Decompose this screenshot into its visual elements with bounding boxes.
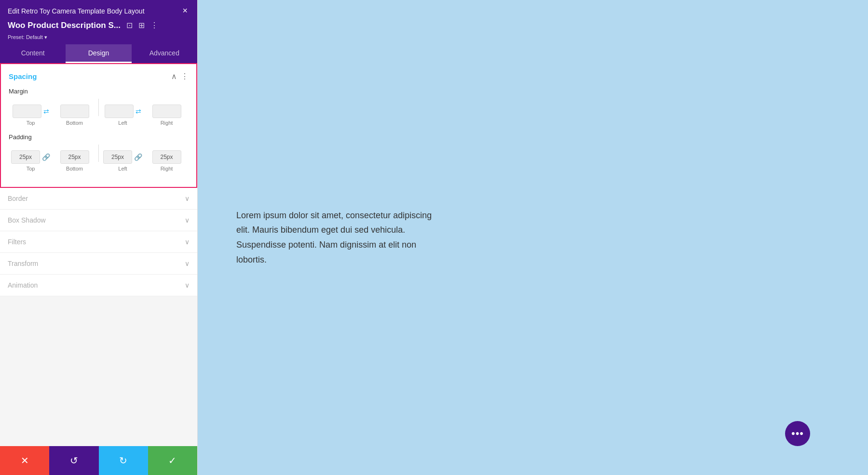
- transform-title: Transform: [8, 260, 38, 267]
- module-columns-icon[interactable]: ⊞: [137, 20, 146, 31]
- filters-chevron: ∨: [185, 238, 190, 246]
- padding-lr-pair: 🔗 Left Right: [101, 150, 189, 172]
- spacing-controls: ∧ ⋮: [171, 72, 189, 81]
- margin-top-input[interactable]: [13, 105, 41, 118]
- margin-left-wrapper: ⇄ Left: [101, 105, 145, 126]
- animation-chevron: ∨: [185, 281, 190, 289]
- margin-right-wrapper: Right: [145, 105, 189, 126]
- padding-top-wrapper: 🔗 Top: [9, 150, 53, 172]
- margin-top-label: Top: [27, 120, 35, 126]
- spacing-more-button[interactable]: ⋮: [181, 72, 189, 81]
- margin-left-input[interactable]: [105, 105, 134, 118]
- padding-right-label: Right: [161, 166, 173, 172]
- margin-right-label: Right: [161, 120, 173, 126]
- padding-separator: [98, 145, 99, 162]
- padding-left-wrapper: 🔗 Left: [101, 150, 145, 172]
- tabs-bar: Content Design Advanced: [0, 44, 197, 63]
- preset-chevron: ▾: [44, 34, 47, 40]
- fab-button[interactable]: •••: [785, 421, 810, 446]
- margin-lr-pair: ⇄ Left Right: [101, 105, 189, 126]
- module-more-icon[interactable]: ⋮: [149, 20, 159, 31]
- undo-button[interactable]: ↺: [49, 446, 98, 475]
- sidebar-content: Spacing ∧ ⋮ Margin ⇄ Top: [0, 63, 197, 446]
- window-title: Edit Retro Toy Camera Template Body Layo…: [8, 7, 180, 15]
- box-shadow-chevron: ∨: [185, 216, 190, 224]
- margin-label: Margin: [9, 88, 189, 95]
- animation-title: Animation: [8, 281, 38, 289]
- sidebar: Edit Retro Toy Camera Template Body Layo…: [0, 0, 198, 475]
- preset-row[interactable]: Preset: Default ▾: [8, 34, 190, 44]
- tab-design[interactable]: Design: [66, 44, 131, 63]
- padding-bottom-wrapper: Bottom: [53, 150, 96, 172]
- margin-lr-link-icon[interactable]: ⇄: [136, 107, 141, 115]
- padding-lr-link-icon[interactable]: 🔗: [134, 153, 142, 161]
- margin-bottom-label: Bottom: [66, 120, 83, 126]
- margin-separator: [98, 99, 99, 116]
- main-canvas: Lorem ipsum dolor sit amet, consectetur …: [198, 0, 868, 475]
- save-button[interactable]: ✓: [148, 446, 197, 475]
- margin-left-label: Left: [118, 120, 127, 126]
- margin-right-input[interactable]: [152, 105, 181, 118]
- filters-section[interactable]: Filters ∨: [0, 231, 197, 253]
- padding-fields: 🔗 Top Bottom: [9, 145, 189, 172]
- close-button[interactable]: ×: [180, 6, 190, 16]
- padding-top-input[interactable]: [11, 150, 40, 164]
- spacing-section: Spacing ∧ ⋮ Margin ⇄ Top: [0, 63, 197, 188]
- margin-fields: ⇄ Top Bottom: [9, 99, 189, 126]
- sidebar-header: Edit Retro Toy Camera Template Body Layo…: [0, 0, 197, 44]
- title-row: Edit Retro Toy Camera Template Body Layo…: [8, 6, 190, 20]
- sidebar-footer: ✕ ↺ ↻ ✓: [0, 446, 197, 475]
- module-icons: ⊡ ⊞ ⋮: [125, 20, 159, 31]
- transform-chevron: ∨: [185, 260, 190, 267]
- spacing-header: Spacing ∧ ⋮: [9, 72, 189, 81]
- padding-right-input[interactable]: [152, 150, 181, 164]
- module-row: Woo Product Description S... ⊡ ⊞ ⋮: [8, 20, 190, 34]
- padding-left-label: Left: [118, 166, 127, 172]
- border-title: Border: [8, 195, 28, 202]
- spacing-title: Spacing: [9, 72, 37, 80]
- padding-bottom-input[interactable]: [60, 150, 89, 164]
- module-name: Woo Product Description S...: [8, 21, 121, 30]
- padding-right-wrapper: Right: [145, 150, 189, 172]
- module-responsive-icon[interactable]: ⊡: [125, 20, 134, 31]
- margin-bottom-input[interactable]: [60, 105, 89, 118]
- cancel-button[interactable]: ✕: [0, 446, 49, 475]
- preset-label: Preset: Default: [8, 34, 43, 40]
- animation-section[interactable]: Animation ∨: [0, 275, 197, 296]
- tab-content[interactable]: Content: [0, 44, 66, 63]
- padding-label: Padding: [9, 133, 189, 141]
- padding-bottom-label: Bottom: [66, 166, 83, 172]
- lorem-text: Lorem ipsum dolor sit amet, consectetur …: [236, 208, 439, 267]
- box-shadow-title: Box Shadow: [8, 216, 46, 224]
- padding-tb-pair: 🔗 Top Bottom: [9, 150, 96, 172]
- box-shadow-section[interactable]: Box Shadow ∨: [0, 210, 197, 231]
- padding-top-label: Top: [27, 166, 35, 172]
- margin-bottom-wrapper: Bottom: [53, 105, 96, 126]
- margin-tb-link-icon[interactable]: ⇄: [43, 107, 49, 115]
- margin-tb-pair: ⇄ Top Bottom: [9, 105, 96, 126]
- redo-button[interactable]: ↻: [99, 446, 148, 475]
- transform-section[interactable]: Transform ∨: [0, 253, 197, 275]
- padding-tb-link-icon[interactable]: 🔗: [42, 153, 50, 161]
- spacing-collapse-button[interactable]: ∧: [171, 72, 177, 81]
- padding-left-input[interactable]: [103, 150, 132, 164]
- tab-advanced[interactable]: Advanced: [132, 44, 197, 63]
- border-section[interactable]: Border ∨: [0, 188, 197, 210]
- margin-top-wrapper: ⇄ Top: [9, 105, 53, 126]
- border-chevron: ∨: [185, 195, 190, 202]
- filters-title: Filters: [8, 238, 26, 246]
